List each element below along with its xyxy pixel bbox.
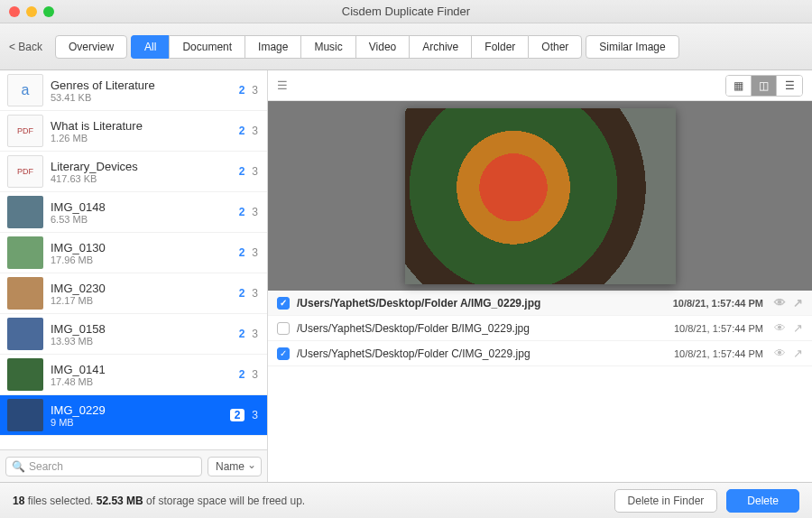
duplicate-row[interactable]: /Users/YaphetS/Desktop/Folder C/IMG_0229… [268, 341, 812, 366]
total-count: 3 [252, 409, 258, 421]
selected-count: 2 [239, 206, 245, 218]
list-mode-icon[interactable]: ☰ [277, 79, 288, 92]
tab-video[interactable]: Video [355, 35, 409, 59]
group-size: 9 MB [51, 417, 230, 428]
group-row[interactable]: IMG_023012.17 MB23 [0, 273, 267, 314]
total-count: 3 [252, 125, 258, 137]
selected-count: 2 [239, 125, 245, 137]
tab-archive[interactable]: Archive [409, 35, 471, 59]
group-row[interactable]: IMG_015813.93 MB23 [0, 314, 267, 355]
select-checkbox[interactable] [277, 347, 290, 360]
group-size: 12.17 MB [51, 295, 239, 306]
detail-pane: ☰ ▦ ◫ ☰ /Users/YaphetS/Desktop/Folder A/… [268, 70, 812, 482]
group-counts: 23 [239, 84, 258, 97]
select-checkbox[interactable] [277, 322, 290, 335]
group-size: 1.26 MB [51, 133, 239, 143]
duplicate-row[interactable]: /Users/YaphetS/Desktop/Folder B/IMG_0229… [268, 316, 812, 341]
total-count: 3 [252, 287, 258, 300]
group-name: IMG_0229 [51, 403, 230, 417]
selected-count: 2 [239, 165, 245, 178]
group-name: IMG_0148 [51, 200, 239, 214]
view-mode-segment: ▦ ◫ ☰ [725, 75, 803, 97]
sort-select[interactable]: Name [208, 457, 262, 476]
group-counts: 23 [239, 368, 258, 381]
image-thumb-icon [7, 236, 43, 269]
delete-button[interactable]: Delete [726, 489, 799, 513]
search-placeholder: Search [29, 460, 63, 473]
group-row[interactable]: IMG_013017.96 MB23 [0, 233, 267, 273]
group-row[interactable]: aGenres of Literature53.41 KB23 [0, 70, 267, 111]
doc-file-icon: a [7, 74, 43, 106]
group-row[interactable]: PDFWhat is Literature1.26 MB23 [0, 111, 267, 152]
tab-document[interactable]: Document [169, 35, 245, 59]
image-thumb-icon [7, 358, 43, 391]
search-input[interactable]: 🔍 Search [5, 457, 202, 476]
file-date: 10/8/21, 1:57:44 PM [674, 348, 763, 359]
quicklook-icon[interactable]: 👁 [774, 347, 786, 360]
group-size: 17.96 MB [51, 254, 239, 265]
group-counts: 23 [239, 328, 258, 340]
file-path: /Users/YaphetS/Desktop/Folder A/IMG_0229… [297, 297, 666, 310]
reveal-in-finder-icon[interactable]: ↗ [793, 347, 803, 360]
back-button[interactable]: < Back [9, 41, 42, 53]
group-row[interactable]: IMG_014117.48 MB23 [0, 355, 267, 395]
total-count: 3 [252, 165, 258, 178]
group-name: IMG_0130 [51, 241, 239, 254]
quicklook-icon[interactable]: 👁 [774, 296, 786, 310]
view-grid-button[interactable]: ▦ [726, 76, 752, 96]
image-thumb-icon [7, 318, 43, 350]
duplicate-file-list: /Users/YaphetS/Desktop/Folder A/IMG_0229… [268, 291, 812, 482]
group-counts: 23 [239, 165, 258, 178]
view-split-button[interactable]: ◫ [752, 76, 777, 96]
select-checkbox[interactable] [277, 297, 290, 310]
pdf-file-icon: PDF [7, 115, 43, 147]
preview-area [268, 101, 812, 291]
group-size: 13.93 MB [51, 336, 239, 347]
delete-in-finder-button[interactable]: Delete in Finder [614, 489, 718, 513]
reveal-in-finder-icon[interactable]: ↗ [793, 321, 803, 335]
file-path: /Users/YaphetS/Desktop/Folder C/IMG_0229… [297, 347, 667, 360]
tab-music[interactable]: Music [300, 35, 355, 59]
file-date: 10/8/21, 1:57:44 PM [673, 298, 763, 309]
image-thumb-icon [7, 277, 43, 310]
toolbar: < Back Overview AllDocumentImageMusicVid… [0, 23, 812, 70]
group-size: 417.63 KB [51, 173, 239, 184]
detail-header: ☰ ▦ ◫ ☰ [268, 70, 812, 101]
image-thumb-icon [7, 399, 43, 431]
view-list-button[interactable]: ☰ [777, 76, 802, 96]
main: aGenres of Literature53.41 KB23PDFWhat i… [0, 70, 812, 482]
tab-all[interactable]: All [131, 35, 169, 59]
sidebar-footer: 🔍 Search Name [0, 449, 267, 482]
group-counts: 23 [239, 287, 258, 300]
total-count: 3 [252, 246, 258, 259]
titlebar: Cisdem Duplicate Finder [0, 0, 812, 23]
group-size: 17.48 MB [51, 376, 239, 387]
file-path: /Users/YaphetS/Desktop/Folder B/IMG_0229… [297, 322, 667, 335]
tab-other[interactable]: Other [528, 35, 582, 59]
tab-similar-image[interactable]: Similar Image [586, 35, 678, 59]
tab-folder[interactable]: Folder [471, 35, 528, 59]
group-row[interactable]: PDFLiterary_Devices417.63 KB23 [0, 152, 267, 192]
selected-count: 2 [239, 84, 245, 97]
group-counts: 23 [230, 409, 258, 421]
selected-count: 2 [230, 409, 245, 421]
duplicate-row[interactable]: /Users/YaphetS/Desktop/Folder A/IMG_0229… [268, 291, 812, 316]
group-name: IMG_0158 [51, 322, 239, 336]
group-row[interactable]: IMG_01486.53 MB23 [0, 192, 267, 233]
quicklook-icon[interactable]: 👁 [774, 321, 786, 335]
total-count: 3 [252, 368, 258, 381]
status-text: 18 files selected. 52.53 MB of storage s… [13, 495, 305, 507]
reveal-in-finder-icon[interactable]: ↗ [793, 296, 803, 310]
total-count: 3 [252, 206, 258, 218]
selected-count: 2 [239, 287, 245, 300]
group-row[interactable]: IMG_02299 MB23 [0, 395, 267, 436]
file-date: 10/8/21, 1:57:44 PM [674, 323, 763, 334]
group-name: IMG_0230 [51, 282, 239, 295]
tab-image[interactable]: Image [245, 35, 300, 59]
selected-count: 2 [239, 246, 245, 259]
category-tabs: AllDocumentImageMusicVideoArchiveFolderO… [131, 35, 582, 59]
tab-overview[interactable]: Overview [55, 35, 127, 59]
group-counts: 23 [239, 206, 258, 218]
group-name: Genres of Literature [51, 79, 239, 92]
search-icon: 🔍 [12, 460, 25, 473]
